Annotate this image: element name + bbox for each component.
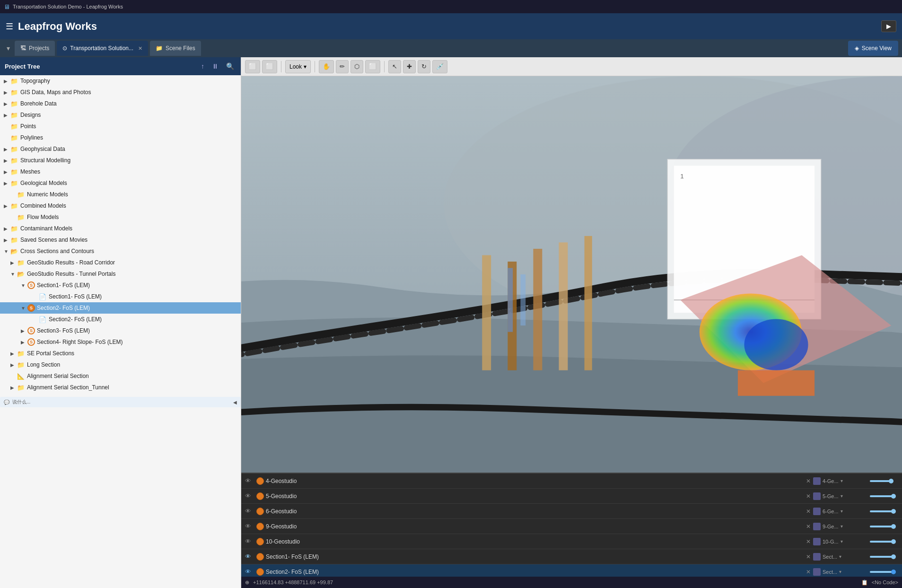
visibility-toggle-4[interactable]: 👁: [245, 477, 254, 484]
ai-close[interactable]: ◀: [233, 400, 237, 405]
sidebar-item-flow-models[interactable]: 📁 Flow Models: [0, 211, 241, 223]
svg-text:1: 1: [680, 173, 684, 180]
tab-transport-label: Transportation Solution...: [70, 45, 133, 52]
sidebar-item-section4-fos[interactable]: ▶ S Section4- Right Slope- FoS (LEM): [0, 336, 241, 348]
scene-svg: 1: [241, 76, 902, 473]
sidebar-item-geostudio-road[interactable]: ▶ 📁 GeoStudio Results - Road Corridor: [0, 257, 241, 268]
layer-close-6[interactable]: ✕: [804, 508, 813, 515]
folder-open-icon: 📂: [17, 271, 25, 278]
scene-layer-6-geostudio[interactable]: 👁 6-Geostudio ✕ 6-Ge... ▾: [241, 504, 902, 519]
tree-pause-btn[interactable]: ⏸: [210, 61, 220, 71]
sidebar-item-long-section[interactable]: ▶ 📁 Long Section: [0, 359, 241, 370]
sidebar: Project Tree ↑ ⏸ 🔍 ▶ 📁 Topography ▶ 📁 GI…: [0, 57, 241, 588]
pencil-btn[interactable]: ✏: [336, 60, 349, 73]
tree-search-btn[interactable]: 🔍: [224, 61, 236, 71]
tab-projects-label: Projects: [29, 45, 49, 52]
sidebar-item-alignment-serial[interactable]: 📐 Alignment Serial Section: [0, 370, 241, 382]
sidebar-item-combined-models[interactable]: ▶ 📁 Combined Models: [0, 200, 241, 211]
layer-slider-9[interactable]: [870, 526, 898, 527]
sidebar-item-meshes[interactable]: ▶ 📁 Meshes: [0, 166, 241, 177]
sidebar-item-designs[interactable]: ▶ 📁 Designs: [0, 109, 241, 121]
sidebar-item-section1-fos[interactable]: 📄 Section1- FoS (LEM): [0, 291, 241, 302]
tab-transport[interactable]: ⊙ Transportation Solution... ✕: [57, 41, 148, 56]
move-btn[interactable]: ✋: [319, 60, 334, 73]
cube-btn[interactable]: ⬜: [262, 60, 277, 73]
sidebar-item-geological-models[interactable]: ▶ 📁 Geological Models: [0, 177, 241, 189]
scene-layer-5-geostudio[interactable]: 👁 5-Geostudio ✕ 5-Ge... ▾: [241, 489, 902, 504]
sidebar-item-se-portal[interactable]: ▶ 📁 SE Portal Sections: [0, 348, 241, 359]
scene-layer-9-geostudio[interactable]: 👁 9-Geostudio ✕ 9-Ge... ▾: [241, 519, 902, 534]
scene-layer-4-geostudio[interactable]: 👁 4-Geostudio ✕ 4-Ge... ▾: [241, 474, 902, 489]
svg-rect-14: [585, 236, 592, 370]
sidebar-item-contaminant-models[interactable]: ▶ 📁 Contaminant Models: [0, 223, 241, 234]
visibility-toggle-6[interactable]: 👁: [245, 508, 254, 515]
sidebar-item-polylines[interactable]: 📁 Polylines: [0, 132, 241, 143]
layer-slider-s2[interactable]: [870, 571, 898, 573]
tab-projects[interactable]: 🏗 Projects: [15, 41, 55, 56]
layer-name-s1: Section1- FoS (LEM): [266, 553, 804, 560]
sidebar-item-section2-fos-group[interactable]: ▼ S Section2- FoS (LEM): [0, 302, 241, 314]
layer-close-5[interactable]: ✕: [804, 493, 813, 500]
folder-icon: 📁: [10, 123, 18, 130]
code-icon: 📋: [861, 579, 868, 586]
coordinates: +1166114.83 +4888711.69 +99.87: [253, 579, 333, 585]
sidebar-item-topography[interactable]: ▶ 📁 Topography: [0, 75, 241, 87]
sidebar-item-section3-fos[interactable]: ▶ S Section3- FoS (LEM): [0, 325, 241, 336]
layer-icon-s1: [254, 553, 266, 561]
play-button[interactable]: ▶: [881, 20, 896, 32]
scene-layer-section2-lem[interactable]: 👁 Section2- FoS (LEM) ✕ Sect... ▾: [241, 564, 902, 577]
sidebar-item-borehole-data[interactable]: ▶ 📁 Borehole Data: [0, 98, 241, 109]
scene-display-btn[interactable]: ⬜: [245, 60, 260, 73]
sidebar-item-section1-fos-group[interactable]: ▼ S Section1- FoS (LEM): [0, 280, 241, 291]
layer-close-9[interactable]: ✕: [804, 523, 813, 530]
sidebar-item-geophysical-data[interactable]: ▶ 📁 Geophysical Data: [0, 143, 241, 155]
sidebar-item-points[interactable]: 📁 Points: [0, 121, 241, 132]
crosshair-btn[interactable]: ✚: [403, 60, 416, 73]
sidebar-item-numeric-models[interactable]: 📁 Numeric Models: [0, 189, 241, 200]
project-tree-title: Project Tree: [5, 63, 195, 70]
layer-name-6: 6-Geostudio: [266, 508, 804, 515]
scene-view-tab[interactable]: ◈ Scene View: [848, 41, 898, 56]
tree-up-btn[interactable]: ↑: [199, 61, 206, 71]
layer-slider-4[interactable]: [870, 480, 898, 482]
layer-type-9: 9-Ge... ▾: [813, 523, 870, 530]
visibility-toggle-s2[interactable]: 👁: [245, 568, 254, 575]
tree-content[interactable]: ▶ 📁 Topography ▶ 📁 GIS Data, Maps and Ph…: [0, 75, 241, 588]
scene-layer-10-geostudio[interactable]: 👁 10-Geostudio ✕ 10-G... ▾: [241, 534, 902, 549]
tab-scene-files[interactable]: 📁 Scene Files: [150, 41, 201, 56]
rotate-btn[interactable]: ↻: [418, 60, 430, 73]
layer-close-s2[interactable]: ✕: [804, 569, 813, 575]
look-dropdown[interactable]: Look ▾: [285, 60, 311, 73]
folder-icon: 📁: [17, 214, 25, 221]
viewport[interactable]: 1: [241, 76, 902, 473]
tab-chevron[interactable]: ▾: [4, 43, 13, 54]
cursor-btn[interactable]: ↖: [388, 60, 401, 73]
sidebar-item-section2-fos[interactable]: 📄 Section2- FoS (LEM): [0, 314, 241, 325]
select-rect-btn[interactable]: ⬜: [365, 60, 380, 73]
layer-close-10[interactable]: ✕: [804, 538, 813, 545]
sidebar-item-gis-data[interactable]: ▶ 📁 GIS Data, Maps and Photos: [0, 87, 241, 98]
toolbar: ⬜ ⬜ Look ▾ ✋ ✏ ⬡ ⬜ ↖ ✚ ↻ 💉: [241, 57, 902, 76]
sidebar-item-structural-modelling[interactable]: ▶ 📁 Structural Modelling: [0, 155, 241, 166]
picker-btn[interactable]: 💉: [432, 60, 447, 73]
tab-close-transport[interactable]: ✕: [138, 45, 142, 52]
layer-close-4[interactable]: ✕: [804, 478, 813, 484]
visibility-toggle-10[interactable]: 👁: [245, 538, 254, 545]
hamburger-menu[interactable]: ☰: [6, 21, 13, 32]
visibility-toggle-9[interactable]: 👁: [245, 523, 254, 530]
sidebar-item-saved-scenes[interactable]: ▶ 📁 Saved Scenes and Movies: [0, 234, 241, 246]
svg-rect-12: [533, 249, 542, 370]
sidebar-item-cross-sections[interactable]: ▼ 📂 Cross Sections and Contours: [0, 246, 241, 257]
layer-slider-s1[interactable]: [870, 556, 898, 558]
sidebar-item-geostudio-tunnel[interactable]: ▼ 📂 GeoStudio Results - Tunnel Portals: [0, 268, 241, 280]
scene-layer-section1-lem[interactable]: 👁 Section1- FoS (LEM) ✕ Sect... ▾: [241, 549, 902, 564]
layer-slider-6[interactable]: [870, 510, 898, 512]
layer-close-s1[interactable]: ✕: [804, 553, 813, 560]
layer-icon-s2: [254, 568, 266, 576]
visibility-toggle-s1[interactable]: 👁: [245, 553, 254, 560]
sidebar-item-alignment-serial-tunnel[interactable]: ▶ 📁 Alignment Serial Section_Tunnel: [0, 382, 241, 393]
layer-slider-5[interactable]: [870, 495, 898, 497]
visibility-toggle-5[interactable]: 👁: [245, 492, 254, 500]
polygon-btn[interactable]: ⬡: [350, 60, 363, 73]
layer-slider-10[interactable]: [870, 541, 898, 543]
